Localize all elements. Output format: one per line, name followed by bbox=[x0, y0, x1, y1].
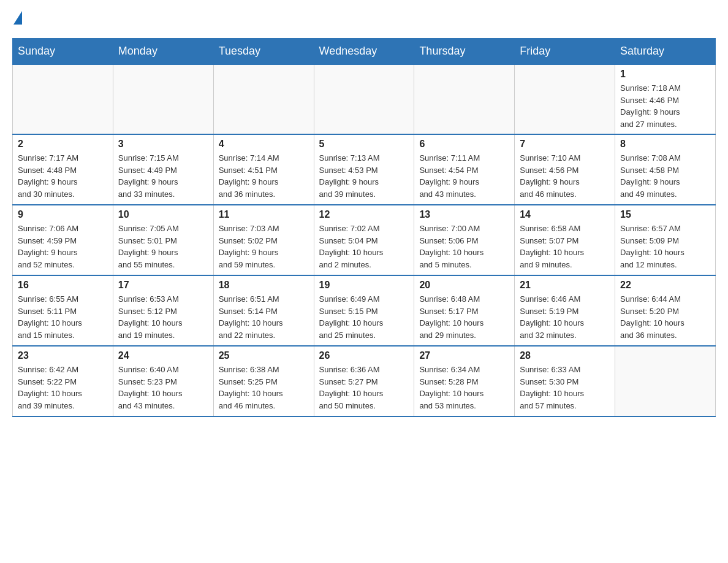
day-number: 14 bbox=[520, 209, 610, 220]
day-number: 9 bbox=[18, 209, 108, 220]
calendar-cell bbox=[314, 64, 414, 134]
calendar-table: SundayMondayTuesdayWednesdayThursdayFrid… bbox=[12, 38, 716, 417]
calendar-cell: 23Sunrise: 6:42 AM Sunset: 5:22 PM Dayli… bbox=[13, 346, 113, 416]
day-number: 4 bbox=[219, 139, 309, 150]
logo bbox=[12, 12, 22, 26]
day-number: 8 bbox=[620, 139, 710, 150]
day-info: Sunrise: 6:57 AM Sunset: 5:09 PM Dayligh… bbox=[620, 223, 710, 270]
calendar-cell: 11Sunrise: 7:03 AM Sunset: 5:02 PM Dayli… bbox=[213, 205, 314, 275]
day-info: Sunrise: 7:11 AM Sunset: 4:54 PM Dayligh… bbox=[419, 152, 509, 200]
page-header bbox=[12, 12, 716, 26]
day-info: Sunrise: 7:02 AM Sunset: 5:04 PM Dayligh… bbox=[319, 223, 409, 270]
day-info: Sunrise: 6:51 AM Sunset: 5:14 PM Dayligh… bbox=[219, 293, 309, 341]
logo-triangle-icon bbox=[13, 11, 22, 25]
calendar-cell: 24Sunrise: 6:40 AM Sunset: 5:23 PM Dayli… bbox=[113, 346, 213, 416]
day-info: Sunrise: 7:10 AM Sunset: 4:56 PM Dayligh… bbox=[520, 152, 610, 200]
day-info: Sunrise: 7:15 AM Sunset: 4:49 PM Dayligh… bbox=[118, 152, 208, 200]
day-info: Sunrise: 6:46 AM Sunset: 5:19 PM Dayligh… bbox=[520, 293, 610, 341]
weekday-header-sunday: Sunday bbox=[13, 39, 113, 65]
day-info: Sunrise: 6:53 AM Sunset: 5:12 PM Dayligh… bbox=[118, 293, 208, 341]
calendar-cell: 26Sunrise: 6:36 AM Sunset: 5:27 PM Dayli… bbox=[314, 346, 414, 416]
day-info: Sunrise: 6:33 AM Sunset: 5:30 PM Dayligh… bbox=[520, 364, 610, 412]
day-info: Sunrise: 7:18 AM Sunset: 4:46 PM Dayligh… bbox=[620, 82, 710, 130]
day-info: Sunrise: 7:17 AM Sunset: 4:48 PM Dayligh… bbox=[18, 152, 108, 200]
day-info: Sunrise: 6:55 AM Sunset: 5:11 PM Dayligh… bbox=[18, 293, 108, 341]
day-number: 6 bbox=[419, 139, 509, 150]
weekday-header-row: SundayMondayTuesdayWednesdayThursdayFrid… bbox=[13, 39, 716, 65]
day-info: Sunrise: 6:42 AM Sunset: 5:22 PM Dayligh… bbox=[18, 364, 108, 412]
day-number: 16 bbox=[18, 280, 108, 291]
calendar-cell: 15Sunrise: 6:57 AM Sunset: 5:09 PM Dayli… bbox=[615, 205, 716, 275]
weekday-header-monday: Monday bbox=[113, 39, 213, 65]
weekday-header-friday: Friday bbox=[515, 39, 615, 65]
day-number: 11 bbox=[219, 209, 309, 220]
calendar-cell: 22Sunrise: 6:44 AM Sunset: 5:20 PM Dayli… bbox=[615, 275, 716, 346]
day-info: Sunrise: 6:48 AM Sunset: 5:17 PM Dayligh… bbox=[419, 293, 509, 341]
calendar-cell: 6Sunrise: 7:11 AM Sunset: 4:54 PM Daylig… bbox=[414, 134, 515, 205]
day-info: Sunrise: 6:34 AM Sunset: 5:28 PM Dayligh… bbox=[419, 364, 509, 412]
calendar-cell: 17Sunrise: 6:53 AM Sunset: 5:12 PM Dayli… bbox=[113, 275, 213, 346]
calendar-cell: 4Sunrise: 7:14 AM Sunset: 4:51 PM Daylig… bbox=[213, 134, 314, 205]
weekday-header-wednesday: Wednesday bbox=[314, 39, 414, 65]
day-number: 19 bbox=[319, 280, 409, 291]
day-number: 28 bbox=[520, 350, 610, 361]
day-number: 26 bbox=[319, 350, 409, 361]
day-info: Sunrise: 7:08 AM Sunset: 4:58 PM Dayligh… bbox=[620, 152, 710, 200]
week-row-3: 9Sunrise: 7:06 AM Sunset: 4:59 PM Daylig… bbox=[13, 205, 716, 275]
day-info: Sunrise: 7:13 AM Sunset: 4:53 PM Dayligh… bbox=[319, 152, 409, 200]
calendar-cell: 10Sunrise: 7:05 AM Sunset: 5:01 PM Dayli… bbox=[113, 205, 213, 275]
calendar-cell: 5Sunrise: 7:13 AM Sunset: 4:53 PM Daylig… bbox=[314, 134, 414, 205]
day-number: 25 bbox=[219, 350, 309, 361]
day-info: Sunrise: 7:05 AM Sunset: 5:01 PM Dayligh… bbox=[118, 223, 208, 270]
day-info: Sunrise: 7:03 AM Sunset: 5:02 PM Dayligh… bbox=[219, 223, 309, 270]
day-number: 21 bbox=[520, 280, 610, 291]
calendar-cell: 13Sunrise: 7:00 AM Sunset: 5:06 PM Dayli… bbox=[414, 205, 515, 275]
calendar-cell: 19Sunrise: 6:49 AM Sunset: 5:15 PM Dayli… bbox=[314, 275, 414, 346]
calendar-cell: 18Sunrise: 6:51 AM Sunset: 5:14 PM Dayli… bbox=[213, 275, 314, 346]
calendar-cell: 27Sunrise: 6:34 AM Sunset: 5:28 PM Dayli… bbox=[414, 346, 515, 416]
day-number: 17 bbox=[118, 280, 208, 291]
day-number: 5 bbox=[319, 139, 409, 150]
day-number: 13 bbox=[419, 209, 509, 220]
calendar-cell: 7Sunrise: 7:10 AM Sunset: 4:56 PM Daylig… bbox=[515, 134, 615, 205]
day-info: Sunrise: 7:14 AM Sunset: 4:51 PM Dayligh… bbox=[219, 152, 309, 200]
calendar-cell: 3Sunrise: 7:15 AM Sunset: 4:49 PM Daylig… bbox=[113, 134, 213, 205]
day-number: 20 bbox=[419, 280, 509, 291]
day-number: 27 bbox=[419, 350, 509, 361]
day-number: 2 bbox=[18, 139, 108, 150]
calendar-cell bbox=[615, 346, 716, 416]
calendar-cell: 1Sunrise: 7:18 AM Sunset: 4:46 PM Daylig… bbox=[615, 64, 716, 134]
calendar-cell bbox=[213, 64, 314, 134]
day-info: Sunrise: 6:44 AM Sunset: 5:20 PM Dayligh… bbox=[620, 293, 710, 341]
day-number: 15 bbox=[620, 209, 710, 220]
day-number: 7 bbox=[520, 139, 610, 150]
calendar-cell: 28Sunrise: 6:33 AM Sunset: 5:30 PM Dayli… bbox=[515, 346, 615, 416]
day-number: 1 bbox=[620, 69, 710, 80]
calendar-cell bbox=[414, 64, 515, 134]
calendar-cell: 9Sunrise: 7:06 AM Sunset: 4:59 PM Daylig… bbox=[13, 205, 113, 275]
week-row-5: 23Sunrise: 6:42 AM Sunset: 5:22 PM Dayli… bbox=[13, 346, 716, 416]
day-info: Sunrise: 7:06 AM Sunset: 4:59 PM Dayligh… bbox=[18, 223, 108, 270]
weekday-header-thursday: Thursday bbox=[414, 39, 515, 65]
day-number: 12 bbox=[319, 209, 409, 220]
week-row-1: 1Sunrise: 7:18 AM Sunset: 4:46 PM Daylig… bbox=[13, 64, 716, 134]
day-number: 23 bbox=[18, 350, 108, 361]
week-row-4: 16Sunrise: 6:55 AM Sunset: 5:11 PM Dayli… bbox=[13, 275, 716, 346]
weekday-header-saturday: Saturday bbox=[615, 39, 716, 65]
day-number: 24 bbox=[118, 350, 208, 361]
day-number: 18 bbox=[219, 280, 309, 291]
day-number: 10 bbox=[118, 209, 208, 220]
day-info: Sunrise: 6:58 AM Sunset: 5:07 PM Dayligh… bbox=[520, 223, 610, 270]
calendar-cell bbox=[515, 64, 615, 134]
calendar-cell bbox=[113, 64, 213, 134]
day-info: Sunrise: 6:40 AM Sunset: 5:23 PM Dayligh… bbox=[118, 364, 208, 412]
calendar-cell: 21Sunrise: 6:46 AM Sunset: 5:19 PM Dayli… bbox=[515, 275, 615, 346]
calendar-cell: 25Sunrise: 6:38 AM Sunset: 5:25 PM Dayli… bbox=[213, 346, 314, 416]
calendar-cell: 16Sunrise: 6:55 AM Sunset: 5:11 PM Dayli… bbox=[13, 275, 113, 346]
calendar-cell: 2Sunrise: 7:17 AM Sunset: 4:48 PM Daylig… bbox=[13, 134, 113, 205]
day-number: 3 bbox=[118, 139, 208, 150]
calendar-cell: 20Sunrise: 6:48 AM Sunset: 5:17 PM Dayli… bbox=[414, 275, 515, 346]
weekday-header-tuesday: Tuesday bbox=[213, 39, 314, 65]
calendar-cell: 12Sunrise: 7:02 AM Sunset: 5:04 PM Dayli… bbox=[314, 205, 414, 275]
day-info: Sunrise: 7:00 AM Sunset: 5:06 PM Dayligh… bbox=[419, 223, 509, 270]
